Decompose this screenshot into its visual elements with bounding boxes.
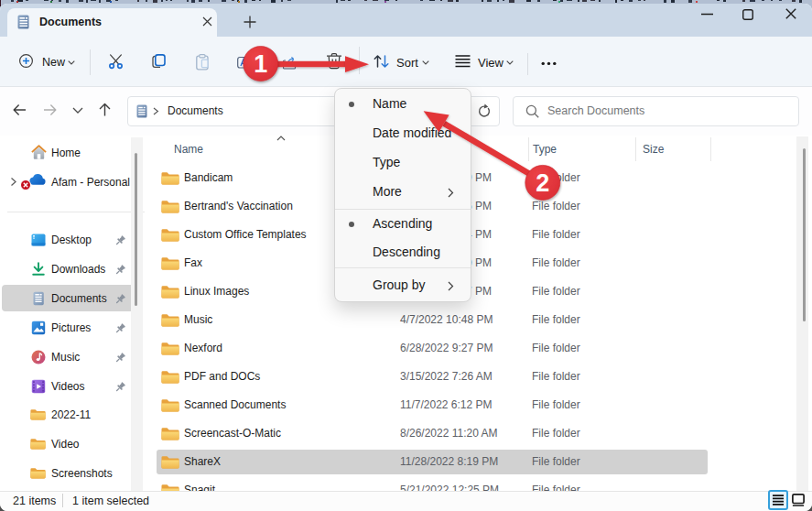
svg-text:2: 2: [536, 169, 549, 197]
svg-text:1: 1: [254, 50, 267, 78]
